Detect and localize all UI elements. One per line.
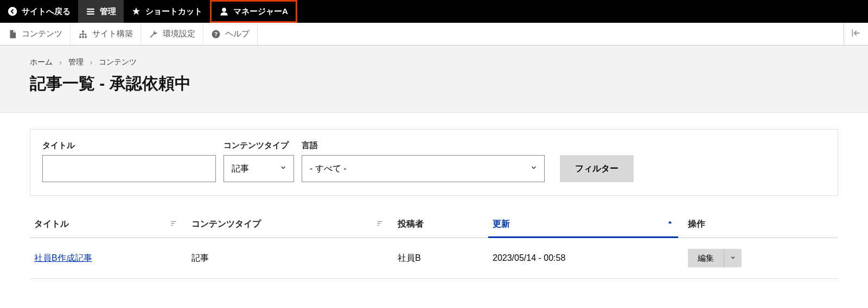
filter-title-label: タイトル <box>42 140 216 151</box>
svg-rect-13 <box>171 223 174 223</box>
filter-title-field: タイトル <box>42 140 216 182</box>
row-updated: 2023/05/14 - 00:58 <box>488 238 684 279</box>
sitemap-icon <box>78 29 88 39</box>
svg-rect-3 <box>87 14 94 15</box>
content-table: タイトル コンテンツタイプ 投稿者 更新 <box>30 211 838 279</box>
svg-rect-15 <box>377 221 382 221</box>
star-icon <box>131 7 141 16</box>
settings-tab-label: 環境設定 <box>163 29 195 39</box>
table-header-type[interactable]: コンテンツタイプ <box>187 211 393 238</box>
sort-active-indicator <box>488 236 678 238</box>
svg-point-0 <box>8 7 17 16</box>
svg-point-8 <box>85 36 87 38</box>
sort-ascending-icon <box>666 220 674 229</box>
svg-point-7 <box>82 36 84 38</box>
row-type: 記事 <box>187 238 393 279</box>
table-header-updated[interactable]: 更新 <box>488 211 684 238</box>
page-header: ホーム › 管理 › コンテンツ 記事一覧 - 承認依頼中 <box>0 46 868 113</box>
settings-tab[interactable]: 環境設定 <box>141 23 203 45</box>
edit-button[interactable]: 編集 <box>688 249 724 267</box>
svg-rect-14 <box>171 224 173 225</box>
page-title: 記事一覧 - 承認依頼中 <box>30 73 838 95</box>
svg-point-6 <box>79 36 81 38</box>
table-header-title[interactable]: タイトル <box>30 211 187 238</box>
back-arrow-icon <box>8 7 17 16</box>
svg-rect-12 <box>171 221 176 221</box>
sort-icon <box>170 220 177 229</box>
user-label: マネージャーA <box>233 7 288 17</box>
collapse-toolbar-button[interactable] <box>844 23 868 45</box>
svg-point-4 <box>222 8 226 12</box>
filter-submit-button[interactable]: フィルター <box>560 155 634 182</box>
collapse-icon <box>851 28 861 41</box>
table-row: 社員B作成記事 記事 社員B 2023/05/14 - 00:58 編集 <box>30 238 838 279</box>
filter-type-field: コンテンツタイプ 記事 <box>224 140 294 182</box>
chevron-down-icon <box>530 164 538 174</box>
row-action-dropdown: 編集 <box>688 249 742 267</box>
filter-type-value: 記事 <box>232 163 249 175</box>
structure-tab[interactable]: サイト構築 <box>71 23 141 45</box>
help-tab[interactable]: ? ヘルプ <box>203 23 258 45</box>
svg-rect-11 <box>852 29 853 36</box>
admin-button[interactable]: 管理 <box>78 0 124 23</box>
user-icon <box>219 7 229 16</box>
secondary-toolbar: コンテンツ サイト構築 環境設定 ? ヘルプ <box>0 23 868 46</box>
user-menu-button[interactable]: マネージャーA <box>210 0 297 23</box>
help-tab-label: ヘルプ <box>225 29 250 39</box>
svg-rect-16 <box>377 223 380 223</box>
breadcrumb-home[interactable]: ホーム <box>30 57 53 67</box>
svg-text:?: ? <box>214 30 218 37</box>
filter-lang-select[interactable]: - すべて - <box>302 155 545 182</box>
main-content: タイトル コンテンツタイプ 記事 言語 - すべて - フィルター <box>0 113 868 295</box>
breadcrumb: ホーム › 管理 › コンテンツ <box>30 57 838 67</box>
table-header-author[interactable]: 投稿者 <box>393 211 488 238</box>
filter-lang-value: - すべて - <box>310 163 347 175</box>
svg-rect-1 <box>87 9 94 10</box>
hamburger-icon <box>86 7 95 16</box>
action-dropdown-toggle[interactable] <box>724 249 742 267</box>
wrench-icon <box>149 29 158 39</box>
svg-rect-2 <box>87 11 94 12</box>
svg-point-5 <box>82 30 84 32</box>
breadcrumb-separator: › <box>90 58 93 67</box>
top-toolbar: サイトへ戻る 管理 ショートカット マネージャーA <box>0 0 868 23</box>
shortcut-button[interactable]: ショートカット <box>124 0 210 23</box>
breadcrumb-content[interactable]: コンテンツ <box>99 57 137 67</box>
help-icon: ? <box>211 29 221 39</box>
back-to-site-label: サイトへ戻る <box>22 7 71 17</box>
svg-rect-17 <box>377 224 379 225</box>
content-tab[interactable]: コンテンツ <box>0 23 71 45</box>
filter-type-label: コンテンツタイプ <box>224 140 294 151</box>
row-title-link[interactable]: 社員B作成記事 <box>34 253 92 262</box>
filter-title-input[interactable] <box>42 155 216 182</box>
chevron-down-icon <box>730 254 736 262</box>
admin-label: 管理 <box>100 7 116 17</box>
structure-tab-label: サイト構築 <box>92 29 133 39</box>
filter-lang-label: 言語 <box>302 140 545 151</box>
back-to-site-button[interactable]: サイトへ戻る <box>0 0 78 23</box>
filter-type-select[interactable]: 記事 <box>224 155 294 182</box>
chevron-down-icon <box>279 164 287 174</box>
breadcrumb-separator: › <box>59 58 62 67</box>
table-header-actions: 操作 <box>684 211 838 238</box>
filter-box: タイトル コンテンツタイプ 記事 言語 - すべて - フィルター <box>30 129 838 196</box>
row-author: 社員B <box>393 238 488 279</box>
breadcrumb-admin[interactable]: 管理 <box>68 57 84 67</box>
shortcut-label: ショートカット <box>145 7 202 17</box>
filter-lang-field: 言語 - すべて - <box>302 140 545 182</box>
document-icon <box>8 29 17 39</box>
content-tab-label: コンテンツ <box>22 29 62 39</box>
sort-icon <box>376 220 384 229</box>
